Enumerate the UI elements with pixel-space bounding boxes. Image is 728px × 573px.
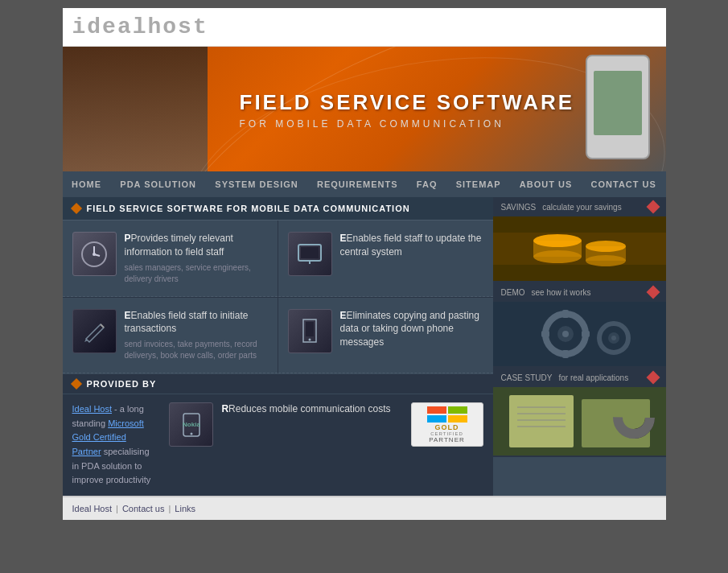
feature-1-text: PProvides timely relevant information to… bbox=[125, 232, 268, 285]
company-name-link[interactable]: Ideal Host bbox=[72, 404, 113, 414]
feature-2: EEnables field staff to update the centr… bbox=[278, 221, 493, 297]
case-study-title: CASE STUDY for real applications bbox=[501, 373, 629, 382]
svg-point-9 bbox=[309, 339, 311, 341]
features-grid: PProvides timely relevant information to… bbox=[63, 221, 493, 373]
feature-4-text: EEliminates copying and pasting data or … bbox=[340, 309, 483, 352]
demo-icon bbox=[646, 286, 660, 299]
nav-system-design[interactable]: SYSTEM DESIGN bbox=[208, 171, 304, 197]
footer-link-contact-us[interactable]: Contact us bbox=[122, 504, 165, 513]
banner-phone-screen bbox=[594, 71, 642, 135]
feature-4-main: EEliminates copying and pasting data or … bbox=[340, 309, 483, 349]
savings-header: SAVINGS calculate your savings bbox=[493, 197, 666, 216]
svg-point-35 bbox=[611, 336, 616, 340]
savings-image[interactable] bbox=[493, 216, 666, 281]
svg-rect-25 bbox=[493, 302, 666, 366]
savings-block: SAVINGS calculate your savings bbox=[493, 197, 666, 282]
nav-contact-us[interactable]: CONTACT US bbox=[585, 171, 663, 197]
svg-point-24 bbox=[586, 241, 626, 252]
svg-point-28 bbox=[562, 331, 569, 337]
nav-faq[interactable]: FAQ bbox=[410, 171, 444, 197]
demo-block: DEMO see how it works bbox=[493, 282, 666, 368]
footer: Ideal Host | Contact us | Links bbox=[63, 496, 666, 520]
header: idealhost bbox=[63, 8, 666, 47]
demo-title: DEMO see how it works bbox=[501, 287, 591, 297]
footer-sep-2: | bbox=[168, 504, 171, 513]
provided-by-bullet bbox=[70, 378, 81, 390]
section-header: FIELD SERVICE SOFTWARE FOR MOBILE DATA C… bbox=[63, 197, 493, 221]
feature-3-text: EEnables field staff to initiate transac… bbox=[125, 309, 268, 362]
case-study-header: CASE STUDY for real applications bbox=[493, 368, 666, 387]
svg-rect-30 bbox=[562, 350, 569, 358]
svg-point-21 bbox=[533, 234, 582, 247]
nav-home[interactable]: HOME bbox=[65, 171, 108, 197]
banner: FIELD SERVICE SOFTWARE FOR MOBILE DATA C… bbox=[63, 47, 666, 171]
right-sidebar: SAVINGS calculate your savings bbox=[493, 197, 666, 496]
svg-rect-8 bbox=[306, 322, 314, 336]
svg-rect-31 bbox=[541, 331, 549, 337]
feature-2-text: EEnables field staff to update the centr… bbox=[340, 232, 483, 262]
banner-title: FIELD SERVICE SOFTWARE bbox=[240, 89, 575, 114]
page-wrapper: idealhost FIELD SERVICE SOFTWARE FOR MOB… bbox=[63, 8, 666, 520]
feature-1-sub: sales managers, service engineers, deliv… bbox=[125, 262, 268, 285]
banner-phone-image bbox=[586, 55, 650, 159]
logo: idealhost bbox=[72, 14, 656, 39]
savings-icon bbox=[646, 200, 660, 214]
svg-rect-16 bbox=[448, 415, 467, 423]
banner-subtitle: FOR MOBILE DATA COMMUNICATION bbox=[240, 117, 575, 129]
banner-text: FIELD SERVICE SOFTWARE FOR MOBILE DATA C… bbox=[240, 89, 575, 129]
svg-rect-37 bbox=[509, 395, 574, 447]
provided-by-text: Ideal Host - a long standing Microsoft G… bbox=[72, 402, 158, 488]
microsoft-badge: GOLD CERTIFIED Partner bbox=[411, 402, 483, 447]
feature-4-icon bbox=[288, 309, 332, 353]
svg-rect-13 bbox=[427, 406, 446, 414]
nav-about-us[interactable]: ABOUT US bbox=[513, 171, 578, 197]
demo-image[interactable] bbox=[493, 302, 666, 366]
ms-badge-top bbox=[427, 406, 467, 423]
provided-by-section: PROVIDED BY Ideal Host - a long standing… bbox=[63, 373, 493, 496]
left-content: FIELD SERVICE SOFTWARE FOR MOBILE DATA C… bbox=[63, 197, 493, 496]
feature-2-main: EEnables field staff to update the centr… bbox=[340, 232, 483, 259]
feature-1: PProvides timely relevant information to… bbox=[63, 221, 278, 297]
navigation: HOME PDA SOLUTION SYSTEM DESIGN REQUIREM… bbox=[63, 171, 666, 197]
feature-1-icon bbox=[72, 232, 117, 276]
nav-sitemap[interactable]: SITEMAP bbox=[450, 171, 508, 197]
nav-pda-solution[interactable]: PDA SOLUTION bbox=[113, 171, 203, 197]
svg-rect-29 bbox=[562, 310, 569, 318]
svg-point-3 bbox=[93, 253, 96, 256]
feature-2-icon bbox=[288, 232, 332, 276]
nav-requirements[interactable]: REQUIREMENTS bbox=[311, 171, 405, 197]
provided-by-content: Ideal Host - a long standing Microsoft G… bbox=[63, 394, 493, 496]
feature-3-icon bbox=[72, 309, 117, 353]
footer-sep-1: | bbox=[116, 504, 118, 513]
feature-3-main: EEnables field staff to initiate transac… bbox=[125, 309, 268, 336]
section-header-bullet bbox=[70, 203, 81, 214]
reduces-icon: Nokia bbox=[169, 402, 213, 447]
feature-3: EEnables field staff to initiate transac… bbox=[63, 298, 278, 374]
feature-1-main: PProvides timely relevant information to… bbox=[125, 232, 268, 259]
reduces-feature: Nokia RReduces mobile communication cost… bbox=[169, 402, 390, 447]
footer-link-links[interactable]: Links bbox=[175, 504, 195, 513]
reduces-text: RReduces mobile communication costs bbox=[221, 402, 390, 419]
feature-3-sub: send invoices, take payments, record del… bbox=[125, 339, 268, 361]
demo-header: DEMO see how it works bbox=[493, 282, 666, 302]
feature-4: EEliminates copying and pasting data or … bbox=[278, 298, 493, 374]
savings-title: SAVINGS calculate your savings bbox=[501, 202, 622, 212]
main-content: FIELD SERVICE SOFTWARE FOR MOBILE DATA C… bbox=[63, 197, 666, 496]
svg-point-11 bbox=[190, 432, 192, 435]
svg-rect-15 bbox=[427, 415, 446, 423]
case-study-block: CASE STUDY for real applications bbox=[493, 368, 666, 457]
case-study-icon bbox=[646, 371, 660, 385]
reduces-main: RReduces mobile communication costs bbox=[221, 402, 390, 416]
ms-badge-gold: GOLD bbox=[435, 423, 459, 431]
case-study-image[interactable] bbox=[493, 387, 666, 456]
provided-by-label: PROVIDED BY bbox=[87, 379, 157, 389]
svg-rect-14 bbox=[448, 406, 467, 414]
footer-link-ideal-host[interactable]: Ideal Host bbox=[72, 504, 113, 513]
ms-badge-partner: Partner bbox=[429, 436, 465, 443]
svg-rect-32 bbox=[582, 331, 590, 337]
svg-rect-5 bbox=[301, 247, 319, 258]
section-title: FIELD SERVICE SOFTWARE FOR MOBILE DATA C… bbox=[87, 204, 410, 213]
svg-text:Nokia: Nokia bbox=[183, 421, 200, 428]
provided-by-header: PROVIDED BY bbox=[63, 374, 493, 394]
